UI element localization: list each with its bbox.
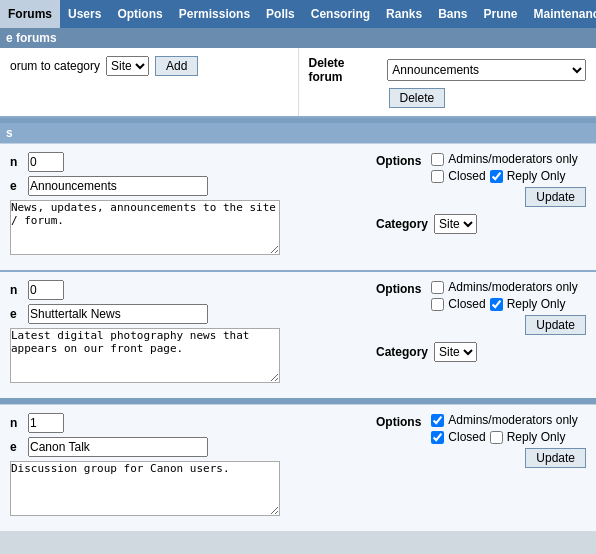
update-btn-row-1: Update	[376, 187, 586, 207]
add-forum-button[interactable]: Add	[155, 56, 198, 76]
reply-only-label-2: Reply Only	[507, 297, 566, 311]
admins-only-label-2: Admins/moderators only	[448, 280, 577, 294]
options-panel-3: Admins/moderators only Closed Reply Only	[431, 413, 577, 444]
closed-checkbox-1[interactable]	[431, 170, 444, 183]
admins-only-checkbox-3[interactable]	[431, 414, 444, 427]
order-field-2: n	[10, 280, 356, 300]
add-forum-panel: orum to category Site Add	[0, 48, 298, 116]
closed-reply-row-3: Closed Reply Only	[431, 430, 577, 444]
closed-checkbox-3[interactable]	[431, 431, 444, 444]
manage-forums-header: e forums	[0, 28, 596, 48]
nav-forums[interactable]: Forums	[0, 0, 60, 28]
name-label-3: e	[10, 440, 24, 454]
reply-only-checkbox-1[interactable]	[490, 170, 503, 183]
desc-textarea-3[interactable]: Discussion group for Canon users.	[10, 461, 280, 516]
update-btn-row-3: Update	[376, 448, 586, 468]
name-field-1: e	[10, 176, 356, 196]
forum-item-left-3: n e Discussion group for Canon users.	[10, 413, 356, 519]
order-field-3: n	[10, 413, 356, 433]
closed-reply-row-1: Closed Reply Only	[431, 169, 577, 183]
nav-bans[interactable]: Bans	[430, 0, 475, 28]
closed-label-3: Closed	[448, 430, 485, 444]
update-button-3[interactable]: Update	[525, 448, 586, 468]
delete-forum-row: Delete forum Announcements	[309, 56, 587, 84]
add-forum-category-select[interactable]: Site	[106, 56, 149, 76]
forum-item-left-1: n e News, updates, announcements to the …	[10, 152, 356, 258]
forum-item-canon: n e Discussion group for Canon users. Op…	[0, 404, 596, 531]
forum-item-right-1: Options Admins/moderators only Closed Re…	[366, 152, 586, 258]
nav-permissions[interactable]: Permissions	[171, 0, 258, 28]
order-label-3: n	[10, 416, 24, 430]
add-forum-row: orum to category Site Add	[10, 56, 288, 76]
nav-ranks[interactable]: Ranks	[378, 0, 430, 28]
delete-area: Delete forum Announcements Delete	[309, 56, 587, 108]
admins-only-checkbox-1[interactable]	[431, 153, 444, 166]
forum-item-row-2: n e Latest digital photography news that…	[10, 280, 586, 386]
order-input-3[interactable]	[28, 413, 64, 433]
name-input-1[interactable]	[28, 176, 208, 196]
forum-item-row-1: n e News, updates, announcements to the …	[10, 152, 586, 258]
update-btn-row-2: Update	[376, 315, 586, 335]
top-panel: orum to category Site Add Delete forum A…	[0, 48, 596, 118]
top-nav: Forums Users Options Permissions Polls C…	[0, 0, 596, 28]
options-label-2: Options	[376, 280, 421, 296]
reply-only-label-3: Reply Only	[507, 430, 566, 444]
category-label-1: Category	[376, 217, 428, 231]
name-field-2: e	[10, 304, 356, 324]
name-field-3: e	[10, 437, 356, 457]
nav-maintenance[interactable]: Maintenance	[526, 0, 597, 28]
update-button-1[interactable]: Update	[525, 187, 586, 207]
nav-censoring[interactable]: Censoring	[303, 0, 378, 28]
options-label-1: Options	[376, 152, 421, 168]
category-select-2[interactable]: Site	[434, 342, 477, 362]
add-forum-label: orum to category	[10, 59, 100, 73]
category-row-1: Category Site	[376, 214, 586, 234]
admins-only-row-2: Admins/moderators only	[431, 280, 577, 294]
nav-options[interactable]: Options	[109, 0, 170, 28]
delete-forum-button[interactable]: Delete	[389, 88, 446, 108]
category-select-1[interactable]: Site	[434, 214, 477, 234]
nav-prune[interactable]: Prune	[475, 0, 525, 28]
forum-item-shuttertalk: n e Latest digital photography news that…	[0, 270, 596, 398]
category-row-2: Category Site	[376, 342, 586, 362]
forum-item-announcements: n e News, updates, announcements to the …	[0, 143, 596, 270]
closed-checkbox-2[interactable]	[431, 298, 444, 311]
admins-only-row-3: Admins/moderators only	[431, 413, 577, 427]
admins-only-checkbox-2[interactable]	[431, 281, 444, 294]
closed-reply-row-2: Closed Reply Only	[431, 297, 577, 311]
options-panel-2: Admins/moderators only Closed Reply Only	[431, 280, 577, 311]
order-field-1: n	[10, 152, 356, 172]
forum-item-left-2: n e Latest digital photography news that…	[10, 280, 356, 386]
forum-item-right-2: Options Admins/moderators only Closed Re…	[366, 280, 586, 386]
reply-only-checkbox-2[interactable]	[490, 298, 503, 311]
forum-item-right-3: Options Admins/moderators only Closed Re…	[366, 413, 586, 519]
delete-forum-panel: Delete forum Announcements Delete	[298, 48, 597, 116]
closed-label-1: Closed	[448, 169, 485, 183]
order-label-1: n	[10, 155, 24, 169]
options-label-3: Options	[376, 413, 421, 429]
category-label-2: Category	[376, 345, 428, 359]
admins-only-label-1: Admins/moderators only	[448, 152, 577, 166]
admins-only-label-3: Admins/moderators only	[448, 413, 577, 427]
update-button-2[interactable]: Update	[525, 315, 586, 335]
options-panel-1: Admins/moderators only Closed Reply Only	[431, 152, 577, 183]
desc-textarea-1[interactable]: News, updates, announcements to the site…	[10, 200, 280, 255]
reply-only-label-1: Reply Only	[507, 169, 566, 183]
name-input-2[interactable]	[28, 304, 208, 324]
nav-users[interactable]: Users	[60, 0, 109, 28]
nav-polls[interactable]: Polls	[258, 0, 303, 28]
delete-forum-label: Delete forum	[309, 56, 382, 84]
delete-forum-select[interactable]: Announcements	[387, 59, 586, 81]
reply-only-checkbox-3[interactable]	[490, 431, 503, 444]
name-label-1: e	[10, 179, 24, 193]
order-input-1[interactable]	[28, 152, 64, 172]
order-input-2[interactable]	[28, 280, 64, 300]
name-label-2: e	[10, 307, 24, 321]
name-input-3[interactable]	[28, 437, 208, 457]
admins-only-row-1: Admins/moderators only	[431, 152, 577, 166]
forum-group-1-header: s	[0, 123, 596, 143]
order-label-2: n	[10, 283, 24, 297]
forum-item-row-3: n e Discussion group for Canon users. Op…	[10, 413, 586, 519]
desc-textarea-2[interactable]: Latest digital photography news that app…	[10, 328, 280, 383]
closed-label-2: Closed	[448, 297, 485, 311]
